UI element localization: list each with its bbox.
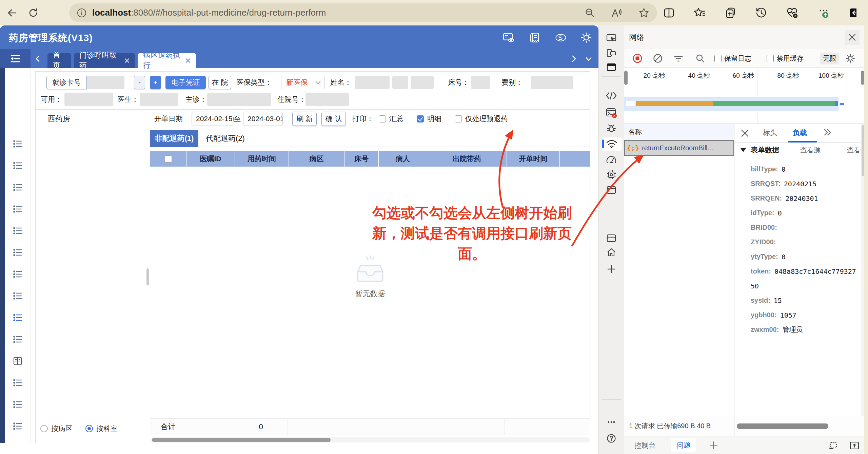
tab-close-icon[interactable] — [124, 58, 130, 63]
sources-icon[interactable] — [604, 89, 619, 103]
home-icon[interactable] — [604, 245, 619, 260]
form-data-section-header[interactable]: 表单数据 查看源 查看解析 — [734, 143, 865, 157]
network-timeline[interactable]: 20 毫秒 40 毫秒 60 毫秒 80 毫秒 100 毫秒 — [624, 68, 864, 124]
tab-payload[interactable]: 负载 — [793, 128, 807, 137]
browser-essentials-icon[interactable] — [786, 7, 798, 19]
performance-gauge-icon[interactable] — [604, 152, 619, 167]
detail-horizontal-scrollbar[interactable] — [737, 423, 828, 429]
attending-input[interactable] — [207, 93, 271, 106]
favorites-bar-icon[interactable] — [694, 7, 706, 19]
drawer-tab-issues[interactable]: 问题 — [671, 438, 696, 452]
refresh-icon[interactable] — [26, 6, 40, 20]
available-input[interactable] — [64, 93, 113, 106]
devtools-close-icon[interactable] — [845, 30, 860, 45]
memory-chip-icon[interactable] — [604, 168, 619, 182]
menu-list-icon[interactable] — [12, 203, 24, 215]
settings-menu-icon[interactable] — [817, 6, 830, 19]
menu-list-icon[interactable] — [12, 159, 24, 172]
close-detail-icon[interactable] — [740, 128, 750, 138]
dock-side-icon[interactable] — [827, 440, 839, 451]
site-info-icon[interactable] — [77, 8, 87, 18]
fee-input[interactable] — [531, 76, 573, 89]
back-icon[interactable] — [5, 6, 19, 20]
split-screen-icon[interactable] — [663, 7, 675, 19]
name-input-3[interactable] — [411, 76, 434, 89]
menu-list-icon[interactable] — [12, 181, 24, 193]
search-icon[interactable] — [695, 52, 705, 65]
evoucher-button[interactable]: 电子凭证 — [165, 76, 206, 89]
more-tabs-chevron-icon[interactable] — [823, 129, 832, 136]
tabs-scroll-left-icon[interactable] — [33, 54, 43, 63]
menu-list-icon-active[interactable] — [12, 311, 24, 324]
collections-icon[interactable] — [725, 7, 736, 19]
insurance-type-select[interactable]: 新医保 — [281, 76, 325, 89]
tab-home[interactable]: 首页 — [47, 53, 71, 68]
refresh-button[interactable]: 刷 新 — [292, 112, 317, 126]
throttling-select[interactable]: 无限 — [820, 52, 839, 65]
tab-headers[interactable]: 标头 — [763, 128, 777, 137]
read-aloud-icon[interactable] — [611, 7, 623, 18]
inpatient-no-input[interactable] — [305, 93, 349, 106]
scrollbar-thumb[interactable] — [862, 125, 864, 176]
network-tool-icon[interactable] — [601, 137, 622, 151]
radio-by-ward[interactable]: 按病区 — [40, 424, 73, 433]
view-source-link[interactable]: 查看源 — [800, 146, 821, 155]
clear-network-icon[interactable] — [653, 52, 663, 65]
subtab-unprepared-return[interactable]: 非配退药(1) — [150, 130, 198, 147]
menu-list-icon[interactable] — [12, 333, 24, 345]
menu-list-icon[interactable] — [12, 398, 24, 411]
tree-scrollbar[interactable] — [146, 268, 149, 285]
network-settings-gear-icon[interactable] — [845, 52, 855, 65]
tree-node-western-pharmacy[interactable]: 西药房 — [48, 114, 70, 124]
history-icon[interactable] — [755, 7, 767, 19]
si-insurance-icon[interactable] — [554, 31, 567, 44]
tab-ward-drug-return[interactable]: 病区退药执行 — [138, 53, 196, 68]
scrollbar-thumb[interactable] — [152, 438, 331, 442]
sidebar-toggle-icon[interactable] — [849, 7, 861, 19]
checkbox-disable-cache[interactable]: 禁用缓存 — [767, 52, 804, 65]
checkbox-pre-return[interactable]: 仅处理预退药 — [455, 112, 508, 126]
request-name-header[interactable]: 名称 — [624, 124, 734, 140]
more-options-icon[interactable] — [604, 415, 619, 429]
menu-list-icon[interactable] — [12, 290, 24, 302]
inspect-element-icon[interactable] — [604, 31, 619, 45]
card-no-button[interactable]: 就诊卡号 — [46, 76, 87, 89]
dock-window-icon[interactable] — [604, 60, 619, 74]
address-bar[interactable]: localhost:8080/#/hospital-put-medicine/d… — [69, 3, 657, 22]
timeline-right-handle[interactable] — [861, 71, 864, 85]
debugger-bug-icon[interactable] — [604, 122, 619, 136]
menu-list-icon[interactable] — [12, 377, 24, 389]
select-all-checkbox[interactable] — [150, 151, 186, 167]
insurance-card-reader-icon[interactable] — [502, 31, 515, 44]
checkbox-summary[interactable]: 汇总 — [379, 112, 403, 126]
receipt-icon[interactable] — [528, 31, 541, 44]
bed-input[interactable] — [471, 76, 490, 89]
menu-list-icon[interactable] — [12, 420, 24, 432]
in-hospital-button[interactable]: 在 院 — [209, 76, 231, 89]
request-row-selected[interactable]: {;} returnExcuteRoomBill... — [624, 140, 734, 156]
add-drawer-tab-icon[interactable] — [708, 440, 719, 451]
checkbox-preserve-log[interactable]: 保留日志 — [714, 52, 751, 65]
menu-list-icon[interactable] — [12, 268, 24, 280]
date-to-input[interactable]: 2024-03-01 — [243, 112, 283, 126]
more-tools-plus-icon[interactable] — [604, 262, 619, 276]
console-icon[interactable] — [604, 106, 619, 120]
filter-icon[interactable] — [674, 52, 683, 65]
record-network-icon[interactable] — [630, 52, 645, 65]
radio-by-dept[interactable]: 按科室 — [85, 424, 118, 433]
card-no-input[interactable] — [87, 76, 124, 89]
menu-list-icon[interactable] — [12, 225, 24, 237]
storage-window-icon[interactable] — [604, 231, 619, 245]
confirm-button[interactable]: 确 认 — [321, 112, 346, 126]
tab-close-icon[interactable] — [185, 58, 191, 63]
collapse-menu-icon[interactable] — [0, 49, 31, 68]
timeline-left-handle[interactable] — [624, 71, 628, 85]
tabs-dropdown-icon[interactable] — [584, 54, 593, 63]
drawer-tab-console[interactable]: 控制台 — [634, 441, 656, 450]
name-input-2[interactable] — [392, 76, 408, 89]
tab-outpatient-call[interactable]: 门诊呼叫取药 — [74, 53, 135, 68]
favorite-star-icon[interactable] — [638, 7, 650, 18]
menu-list-icon[interactable] — [12, 246, 24, 259]
menu-list-icon[interactable] — [12, 138, 24, 150]
name-input[interactable] — [355, 76, 390, 89]
